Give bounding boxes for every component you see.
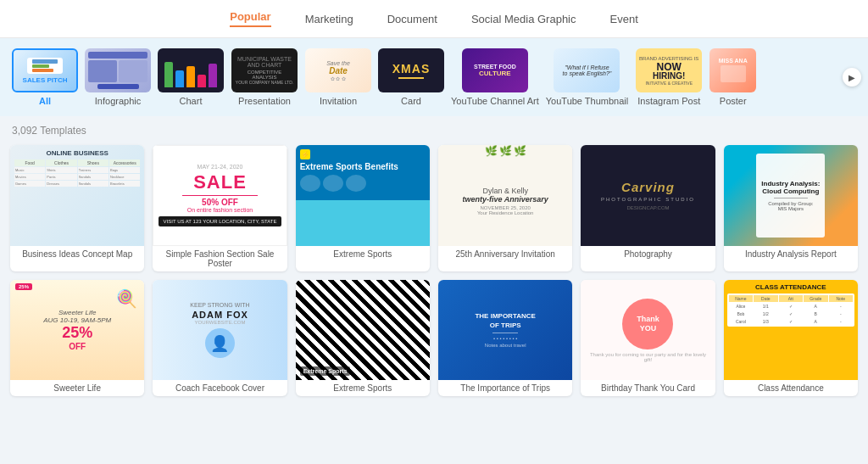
template-grid-row-2: 25% Sweeter Life AUG 10-19, 9AM-5PM 25% …	[0, 280, 868, 397]
tab-social-media-graphic[interactable]: Social Media Graphic	[471, 13, 576, 25]
category-card-label: Card	[401, 96, 421, 106]
template-card-business-ideas[interactable]: ONLINE BUSINESS Food Clothes Shoes Acces…	[10, 145, 144, 271]
category-next-arrow[interactable]: ▶	[843, 68, 861, 87]
category-all[interactable]: SALES PITCH All	[12, 48, 78, 106]
category-card[interactable]: XMAS Card	[378, 48, 444, 106]
category-presentation-label: Presentation	[238, 96, 291, 106]
template-card-anniversary[interactable]: 🌿 🌿 🌿 Dylan & Kelly twenty-five Annivers…	[438, 145, 572, 271]
category-youtube-channel-art[interactable]: STREET FOOD CULTURE YouTube Channel Art	[451, 48, 539, 106]
template-card-coach-facebook[interactable]: KEEP STRONG WITH ADAM FOX YOURWEBSITE.CO…	[153, 280, 287, 397]
category-infographic-label: Infographic	[95, 96, 141, 106]
template-label-coach-facebook: Coach Facebook Cover	[153, 380, 287, 396]
category-youtube-channel-art-label: YouTube Channel Art	[451, 96, 539, 106]
template-card-extreme-sports-2[interactable]: Extreme Sports Extreme Sports	[296, 280, 430, 397]
template-label-extreme-sports: Extreme Sports	[296, 246, 430, 262]
category-poster-label: Poster	[720, 96, 747, 106]
category-bar: SALES PITCH All Infographic Chart MUNICI…	[0, 38, 868, 116]
template-label-business-ideas: Business Ideas Concept Map	[10, 246, 144, 262]
category-chart-label: Chart	[180, 96, 203, 106]
tab-event[interactable]: Event	[610, 13, 638, 25]
template-card-sweeter-life[interactable]: 25% Sweeter Life AUG 10-19, 9AM-5PM 25% …	[10, 280, 144, 397]
category-chart[interactable]: Chart	[158, 48, 224, 106]
category-all-label: All	[39, 96, 51, 106]
template-label-sweeter-life: Sweeter Life	[10, 380, 144, 396]
tab-popular[interactable]: Popular	[230, 10, 270, 27]
template-label-industry-analysis: Industry Analysis Report	[724, 246, 858, 262]
template-label-importance-trips: The Importance of Trips	[438, 380, 572, 396]
template-label-sale-poster: Simple Fashion Section Sale Poster	[153, 246, 287, 271]
category-poster[interactable]: MISS ANA Poster	[709, 48, 756, 106]
tab-marketing[interactable]: Marketing	[305, 13, 353, 25]
template-label-extreme-sports-2: Extreme Sports	[296, 380, 430, 396]
tab-document[interactable]: Document	[387, 13, 437, 25]
template-card-photography[interactable]: Carving PHOTOGRAPHIC STUDIO DESIGNCAP.CO…	[581, 145, 715, 271]
template-card-thank-you[interactable]: ThankYOU Thank you for coming to our par…	[581, 280, 715, 397]
template-card-industry-analysis[interactable]: Industry Analysis: Cloud Computing Compi…	[724, 145, 858, 271]
category-instagram-post-label: Instagram Post	[637, 96, 700, 106]
template-grid-row-1: ONLINE BUSINESS Food Clothes Shoes Acces…	[0, 145, 868, 271]
category-youtube-thumbnail[interactable]: "What if I Refuseto speak English?" YouT…	[546, 48, 628, 106]
category-presentation[interactable]: MUNICIPAL WASTE AND CHART COMPETITIVE AN…	[231, 48, 298, 106]
category-invitation-label: Invitation	[320, 96, 357, 106]
template-card-importance-trips[interactable]: THE IMPORTANCEOF TRIPS • • • • • • • • N…	[438, 280, 572, 397]
template-label-class-attendance: Class Attendance	[724, 380, 858, 396]
template-card-extreme-sports[interactable]: ⚡ Extreme Sports Benefits Extreme Sports	[296, 145, 430, 271]
nav-tabs: Popular Marketing Document Social Media …	[0, 0, 868, 38]
category-youtube-thumbnail-label: YouTube Thumbnail	[546, 96, 628, 106]
category-infographic[interactable]: Infographic	[85, 48, 151, 106]
grid-header: 3,092 Templates	[0, 116, 868, 145]
template-label-thank-you: Birthday Thank You Card	[581, 380, 715, 396]
category-instagram-post[interactable]: BRAND ADVERTISING IS NOW HIRING! INITIAT…	[635, 48, 703, 106]
template-label-photography: Photography	[581, 246, 715, 262]
template-label-anniversary: 25th Anniversary Invitation	[438, 246, 572, 262]
template-card-class-attendance[interactable]: CLASS ATTENDANCE Name Date Att Grade Not…	[724, 280, 858, 397]
category-invitation[interactable]: Save the Date ✿ ✿ ✿ Invitation	[305, 48, 371, 106]
template-card-sale-poster[interactable]: MAY 21-24, 2020 SALE 50% OFF On entire f…	[153, 145, 287, 271]
